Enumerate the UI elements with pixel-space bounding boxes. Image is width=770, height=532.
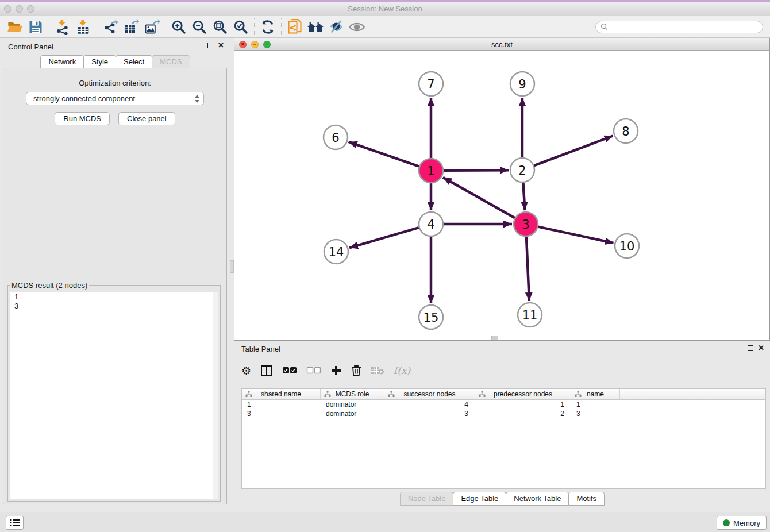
tab-select[interactable]: Select bbox=[116, 55, 152, 69]
cell-predecessor_nodes[interactable]: 2 bbox=[475, 409, 571, 418]
table-panel: Table Panel ✕ ⚙ f(x) shared nameMCDS rol… bbox=[234, 341, 770, 512]
node-table-header: shared nameMCDS rolesuccessor nodesprede… bbox=[242, 389, 765, 400]
graph-node-15[interactable]: 15 bbox=[419, 305, 443, 329]
cell-name[interactable]: 1 bbox=[571, 400, 620, 409]
show-network-home-icon[interactable] bbox=[305, 18, 326, 36]
zoom-selected-icon[interactable] bbox=[230, 18, 251, 36]
graph-node-7[interactable]: 7 bbox=[419, 72, 443, 96]
memory-button[interactable]: Memory bbox=[717, 516, 767, 530]
graph-node-14[interactable]: 14 bbox=[324, 240, 348, 264]
criterion-select[interactable]: strongly connected component bbox=[26, 92, 204, 105]
cell-shared_name[interactable]: 1 bbox=[242, 400, 321, 409]
import-table-icon[interactable] bbox=[73, 18, 94, 36]
close-panel-icon[interactable]: ✕ bbox=[218, 43, 224, 48]
cell-predecessor_nodes[interactable]: 1 bbox=[475, 400, 571, 409]
horizontal-split-handle[interactable] bbox=[491, 336, 498, 340]
graph-node-3[interactable]: 3 bbox=[514, 212, 538, 236]
network-canvas[interactable]: 7968124314101511 bbox=[234, 51, 769, 340]
export-network-icon[interactable] bbox=[100, 18, 121, 36]
export-table-icon[interactable] bbox=[121, 18, 141, 36]
graph-edge-3-1[interactable] bbox=[443, 178, 515, 218]
hide-graphics-details-icon[interactable] bbox=[326, 18, 346, 36]
node-label: 1 bbox=[427, 164, 434, 178]
graph-edge-1-2[interactable] bbox=[444, 170, 509, 171]
graph-edge-1-6[interactable] bbox=[349, 142, 419, 167]
node-label: 14 bbox=[329, 245, 344, 259]
toolbar-separator bbox=[281, 18, 282, 36]
cell-mcds_role[interactable]: dominator bbox=[321, 409, 384, 418]
graph-node-6[interactable]: 6 bbox=[324, 125, 348, 149]
graph-node-10[interactable]: 10 bbox=[615, 234, 639, 258]
graph-node-4[interactable]: 4 bbox=[419, 212, 443, 236]
run-mcds-button[interactable]: Run MCDS bbox=[55, 112, 110, 125]
cell-shared_name[interactable]: 3 bbox=[242, 409, 321, 418]
node-label: 8 bbox=[622, 125, 629, 138]
graph-edge-4-14[interactable] bbox=[349, 228, 419, 248]
graph-node-2[interactable]: 2 bbox=[510, 158, 534, 182]
close-panel-button[interactable]: Close panel bbox=[118, 112, 175, 125]
tab-network[interactable]: Network bbox=[40, 55, 84, 69]
save-session-icon[interactable] bbox=[25, 18, 46, 36]
cell-name[interactable]: 3 bbox=[571, 409, 620, 418]
table-row[interactable]: 1dominator411 bbox=[242, 400, 765, 409]
tab-network-table[interactable]: Network Table bbox=[506, 492, 569, 506]
graph-edge-2-8[interactable] bbox=[534, 136, 613, 165]
column-header-successor_nodes[interactable]: successor nodes bbox=[384, 389, 475, 399]
list-icon bbox=[10, 519, 20, 527]
mcds-result-textarea[interactable]: 1 3 bbox=[10, 292, 218, 499]
toolbar-separator bbox=[49, 18, 49, 36]
column-header-name[interactable]: name bbox=[571, 389, 620, 399]
delete-table-icon[interactable] bbox=[371, 362, 384, 379]
node-label: 3 bbox=[522, 218, 529, 232]
zoom-out-icon[interactable] bbox=[189, 18, 210, 36]
result-line: 3 bbox=[10, 301, 218, 310]
float-panel-icon[interactable] bbox=[207, 43, 213, 48]
graph-edge-2-3[interactable] bbox=[523, 183, 525, 210]
cell-successor_nodes[interactable]: 3 bbox=[384, 409, 475, 418]
graph-node-8[interactable]: 8 bbox=[614, 119, 638, 143]
apply-layout-icon[interactable] bbox=[257, 18, 278, 36]
close-table-panel-icon[interactable]: ✕ bbox=[758, 345, 764, 351]
control-panel-title: Control Panel bbox=[8, 43, 53, 51]
add-row-icon[interactable] bbox=[330, 362, 342, 379]
graph-node-9[interactable]: 9 bbox=[510, 72, 534, 96]
cell-successor_nodes[interactable]: 4 bbox=[384, 400, 475, 409]
main-toolbar bbox=[0, 16, 770, 38]
tab-edge-table[interactable]: Edge Table bbox=[453, 492, 506, 506]
result-scrollbar[interactable] bbox=[213, 292, 218, 499]
show-graphics-details-icon[interactable] bbox=[346, 18, 367, 36]
graph-node-1[interactable]: 1 bbox=[419, 159, 443, 183]
tab-motifs[interactable]: Motifs bbox=[568, 492, 605, 506]
open-file-icon[interactable] bbox=[5, 18, 25, 36]
zoom-in-icon[interactable] bbox=[168, 18, 189, 36]
sort-icon bbox=[388, 391, 395, 398]
cell-mcds_role[interactable]: dominator bbox=[321, 400, 384, 409]
select-all-icon[interactable] bbox=[282, 362, 297, 379]
function-builder-icon[interactable]: f(x) bbox=[394, 362, 410, 379]
table-row[interactable]: 3dominator323 bbox=[242, 409, 765, 418]
graph-node-11[interactable]: 11 bbox=[518, 303, 542, 327]
column-header-predecessor_nodes[interactable]: predecessor nodes bbox=[475, 389, 571, 399]
column-selector-icon[interactable] bbox=[260, 362, 273, 379]
column-header-mcds_role[interactable]: MCDS role bbox=[321, 389, 384, 399]
import-network-icon[interactable] bbox=[52, 18, 73, 36]
delete-row-icon[interactable] bbox=[351, 362, 361, 379]
toolbar-separator bbox=[254, 18, 255, 36]
tab-mcds[interactable]: MCDS bbox=[152, 55, 190, 69]
table-toolbar: ⚙ f(x) bbox=[241, 359, 410, 382]
status-bar: Memory bbox=[0, 512, 770, 532]
tab-style[interactable]: Style bbox=[83, 55, 116, 69]
clone-network-icon[interactable] bbox=[284, 18, 305, 36]
table-settings-icon[interactable]: ⚙ bbox=[241, 362, 251, 379]
tab-node-table[interactable]: Node Table bbox=[400, 492, 454, 506]
vertical-split-handle[interactable] bbox=[230, 260, 234, 273]
float-table-panel-icon[interactable] bbox=[748, 345, 753, 351]
column-header-shared_name[interactable]: shared name bbox=[242, 389, 321, 399]
deselect-all-icon[interactable] bbox=[306, 362, 321, 379]
search-input[interactable] bbox=[611, 23, 758, 31]
graph-edge-3-10[interactable] bbox=[538, 227, 614, 243]
export-image-icon[interactable] bbox=[141, 18, 162, 36]
task-history-button[interactable] bbox=[6, 516, 24, 530]
zoom-fit-icon[interactable] bbox=[210, 18, 230, 36]
graph-edge-3-11[interactable] bbox=[526, 237, 529, 301]
